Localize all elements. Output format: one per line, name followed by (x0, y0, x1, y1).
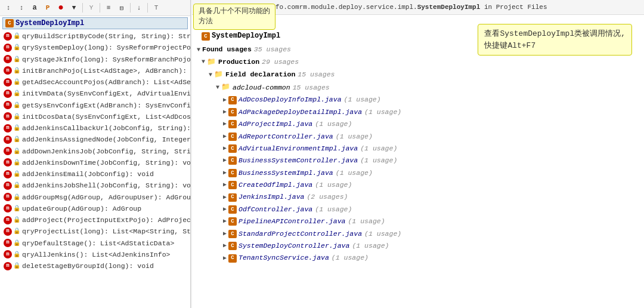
class-c-badge: C (5, 19, 14, 27)
adcloud-common-header[interactable]: ▼ 📁 adcloud-common 15 usages (192, 81, 644, 94)
m-badge: m (4, 158, 12, 167)
m-badge: m (4, 44, 12, 52)
separator (82, 3, 83, 13)
method-item[interactable]: m🔒addJenkinsDownTime(JobConfig, String):… (0, 157, 190, 168)
m-badge: m (4, 181, 12, 190)
method-text: deleteStageByGroupId(long): void (22, 261, 154, 271)
method-item[interactable]: m🔒updateGroup(AdGroup): AdGroup (0, 203, 190, 214)
method-item[interactable]: m🔒addJenkinsEmail(JobConfig): void (0, 168, 190, 180)
java-file-3[interactable]: ▶ C AdProjectImpl.java (1 usage) (192, 118, 644, 130)
file14-count: (1 usage) (332, 252, 369, 263)
file3-name: AdProjectImpl.java (239, 119, 312, 130)
method-item[interactable]: m🔒deleteStageByGroupId(long): void (0, 260, 190, 272)
file4-arrow: ▶ (223, 132, 227, 141)
lock-icon: 🔒 (13, 181, 20, 190)
method-item[interactable]: m🔒getAdSecAccountPojos(AdBranch): List<A… (0, 76, 190, 88)
file10-arrow: ▶ (223, 205, 227, 214)
method-item[interactable]: m🔒addDownJenkinsJob(JobConfig, String, S… (0, 146, 190, 157)
java-file-9[interactable]: ▶ C JenkinsImpl.java (2 usages) (192, 191, 644, 203)
lock-icon: 🔒 (13, 43, 20, 52)
method-item[interactable]: m🔒addJenkinsCallbackUrl(JobConfig, Strin… (0, 122, 190, 134)
java-file-7[interactable]: ▶ C BusinessSystemImpl.java (1 usage) (192, 167, 644, 179)
method-text: addJenkinsAssignedNode(JobConfig, Intege… (22, 134, 190, 144)
method-item[interactable]: m🔒qrySystemDeploy(long): SysReformProjec… (0, 42, 190, 53)
file2-count: (1 usage) (364, 107, 401, 118)
method-item[interactable]: m🔒qryBuildScriptByCode(String, String): … (0, 30, 190, 42)
adcloud-count: 15 usages (293, 82, 330, 93)
method-item[interactable]: m🔒qryDefaultStage(): List<AdStaticData> (0, 238, 190, 249)
file5-count: (1 usage) (360, 143, 397, 154)
java-file-5[interactable]: ▶ C AdVirtualEnvironmentImpl.java (1 usa… (192, 143, 644, 155)
sort2-icon[interactable]: ↕ (16, 2, 27, 14)
method-item[interactable]: m🔒addJenkinsJobShell(JobConfig, String):… (0, 180, 190, 191)
file8-arrow: ▶ (223, 180, 227, 190)
java-file-4[interactable]: ▶ C AdReportController.java (1 usage) (192, 131, 644, 143)
down-icon[interactable]: ▼ (68, 2, 80, 14)
m-badge: m (4, 66, 12, 75)
file2-name: AdPackageDeployDetailImpl.java (239, 107, 362, 118)
file13-c-icon: C (228, 242, 237, 250)
m-badge: m (4, 239, 12, 247)
arrow-down-icon[interactable]: ↓ (133, 2, 145, 14)
right-content: ▼ Class C SystemDeployImpl ▼ Found usage… (192, 15, 644, 308)
method-item[interactable]: m🔒initVmData(SysEnvConfigExt, AdVirtualE… (0, 88, 190, 99)
java-file-6[interactable]: ▶ C BusinessSystemController.java (1 usa… (192, 155, 644, 167)
t-icon[interactable]: T (150, 2, 162, 14)
root-class-item[interactable]: C SystemDeployImpl (2, 17, 188, 29)
method-text: getSysEnvConfigExt(AdBranch): SysEnvConf… (22, 100, 190, 110)
file14-name: TenantSyncService.java (239, 252, 329, 263)
java-file-8[interactable]: ▶ C CreateOdflmpl.java (1 usage) (192, 179, 644, 191)
field-declaration-header[interactable]: ▼ 📁 Field declaration 15 usages (192, 69, 644, 81)
separator4 (147, 3, 148, 13)
java-file-11[interactable]: ▶ C PipelineAPIController.java (1 usage) (192, 215, 644, 227)
y-icon[interactable]: Y (85, 2, 97, 14)
method-item[interactable]: m🔒initDcosData(SysEnvConfigExt, List<AdD… (0, 111, 190, 122)
lock-icon: 🔒 (13, 227, 20, 236)
sort-icon[interactable]: ↕ (2, 2, 14, 14)
java-file-12[interactable]: ▶ C StandardProjectController.java (1 us… (192, 228, 644, 240)
annotation-line1: 具备几十个不同功能的 (199, 7, 270, 17)
file8-name: CreateOdflmpl.java (239, 180, 312, 190)
lines-icon[interactable]: ≡ (103, 2, 114, 14)
file7-c-icon: C (228, 169, 237, 177)
production-count: 29 usages (262, 57, 299, 67)
method-item[interactable]: m🔒qryAllJenkins(): List<AdJenkinsInfo> (0, 249, 190, 260)
java-file-14[interactable]: ▶ C TenantSyncService.java (1 usage) (192, 252, 644, 264)
java-file-13[interactable]: ▶ C SystemDeployController.java (1 usage… (192, 240, 644, 252)
m-badge: m (4, 193, 12, 201)
file7-name: BusinessSystemImpl.java (239, 168, 333, 178)
java-file-1[interactable]: ▶ C AdDcosDeployInfoImpl.java (1 usage) (192, 94, 644, 106)
m-badge: m (4, 101, 12, 109)
toolbar: ↕ ↕ a P ● ▼ Y ≡ ⊟ ↓ T (0, 0, 190, 16)
file1-count: (1 usage) (344, 94, 381, 105)
field-decl-folder-icon: 📁 (214, 69, 223, 81)
file5-name: AdVirtualEnvironmentImpl.java (239, 143, 358, 154)
lock-icon: 🔒 (13, 193, 20, 202)
file6-arrow: ▶ (223, 156, 227, 165)
lock-icon: 🔒 (13, 170, 20, 178)
method-item[interactable]: m🔒initBranchPojo(List<AdStage>, AdBranch… (0, 65, 190, 76)
dot-icon[interactable]: ● (55, 2, 67, 14)
lock-icon: 🔒 (13, 239, 20, 248)
methods-container: m🔒qryBuildScriptByCode(String, String): … (0, 30, 190, 272)
method-text: addJenkinsDownTime(JobConfig, String): v… (22, 158, 190, 168)
method-text: qryDefaultStage(): List<AdStaticData> (22, 238, 174, 248)
method-item[interactable]: m🔒addGroupMsg(AdGroup, AdGroupUser): AdG… (0, 192, 190, 203)
method-item[interactable]: m🔒addJenkinsAssignedNode(JobConfig, Inte… (0, 134, 190, 145)
alpha-icon[interactable]: a (29, 2, 41, 14)
adcloud-arrow: ▼ (216, 83, 219, 93)
method-item[interactable]: m🔒qryStageJkInfo(long): SysReformBranchP… (0, 54, 190, 65)
method-item[interactable]: m🔒addProject(ProjectInputExtPojo): AdPro… (0, 214, 190, 226)
m-badge: m (4, 147, 12, 155)
field-decl-arrow: ▼ (209, 70, 212, 80)
file11-c-icon: C (228, 217, 237, 226)
method-item[interactable]: m🔒getSysEnvConfigExt(AdBranch): SysEnvCo… (0, 100, 190, 111)
method-item[interactable]: m🔒qryProjectList(long): List<Map<String,… (0, 226, 190, 237)
java-file-2[interactable]: ▶ C AdPackageDeployDetailImpl.java (1 us… (192, 106, 644, 118)
production-header[interactable]: ▼ 📁 Production 29 usages (192, 56, 644, 69)
p-icon[interactable]: P (42, 2, 54, 14)
m-badge: m (4, 170, 12, 178)
java-file-10[interactable]: ▶ C OdfController.java (1 usage) (192, 204, 644, 215)
lines2-icon[interactable]: ⊟ (116, 2, 128, 14)
lock-icon: 🔒 (13, 124, 20, 133)
